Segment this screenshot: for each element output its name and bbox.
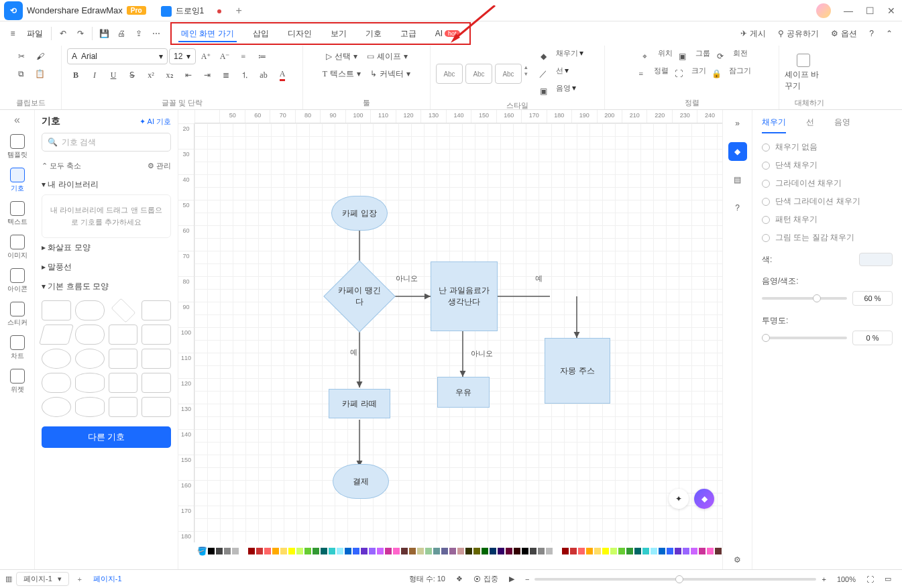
more-symbols-button[interactable]: 다른 기호 — [42, 426, 171, 448]
color-picker[interactable] — [859, 253, 893, 266]
node-start[interactable]: 카페 입장 — [331, 196, 388, 231]
ai-sparkle-button[interactable]: ✦ — [669, 489, 689, 509]
color-swatch[interactable] — [232, 548, 239, 554]
italic-button[interactable]: I — [86, 67, 103, 83]
color-swatch[interactable] — [272, 548, 279, 554]
indent-right-button[interactable]: ⇥ — [199, 67, 216, 83]
shape-item[interactable] — [142, 300, 171, 320]
color-swatch[interactable] — [514, 548, 520, 554]
options-button[interactable]: ⚙ 옵션 — [831, 28, 857, 40]
superscript-button[interactable]: x² — [142, 67, 160, 83]
opacity-value[interactable]: 0 % — [852, 331, 893, 345]
color-swatch[interactable] — [498, 548, 504, 554]
section-callouts[interactable]: ▸ 말풍선 — [35, 257, 178, 277]
page-tab[interactable]: 페이지-1 — [93, 574, 122, 584]
grow-font-icon[interactable]: A⁺ — [197, 48, 215, 64]
minimize-button[interactable]: — — [838, 5, 859, 16]
color-swatch[interactable] — [369, 548, 376, 554]
node-milk[interactable]: 우유 — [437, 377, 490, 408]
color-swatch[interactable] — [401, 548, 408, 554]
shape-item[interactable] — [142, 349, 171, 369]
color-swatch[interactable] — [216, 548, 223, 554]
collapse-ribbon-icon[interactable]: ⌃ — [886, 29, 893, 38]
color-swatch[interactable] — [546, 548, 553, 554]
zoom-out-button[interactable]: − — [525, 575, 529, 583]
rail-templates[interactable]: 템플릿 — [7, 134, 27, 160]
align-icon[interactable]: ≡ — [632, 66, 650, 82]
zoom-in-button[interactable]: + — [822, 575, 826, 583]
color-swatch[interactable] — [296, 548, 303, 554]
shape-tool[interactable]: ▭ 셰이프 ▾ — [363, 48, 412, 64]
rotate-icon[interactable]: ⟳ — [712, 48, 729, 64]
replace-shape-button[interactable]: 셰이프 바꾸기 — [785, 54, 822, 92]
color-swatch[interactable] — [699, 548, 706, 554]
paint-bucket-icon[interactable]: 🪣 — [197, 546, 207, 556]
color-swatch[interactable] — [586, 548, 593, 554]
tab-line[interactable]: 선 — [806, 117, 814, 133]
color-swatch[interactable] — [321, 548, 327, 554]
color-swatch[interactable] — [482, 548, 488, 554]
color-swatch[interactable] — [425, 548, 432, 554]
shape-item[interactable] — [42, 300, 71, 320]
close-button[interactable]: ✕ — [881, 5, 902, 16]
shape-item[interactable] — [142, 325, 171, 345]
color-swatch[interactable] — [337, 548, 343, 554]
section-arrows[interactable]: ▸ 화살표 모양 — [35, 238, 178, 257]
line-spacing-button[interactable]: ≣ — [217, 67, 235, 83]
color-swatch[interactable] — [288, 548, 295, 554]
rail-icons[interactable]: 아이콘 — [7, 268, 27, 294]
user-avatar-icon[interactable] — [816, 3, 831, 18]
fit-width-icon[interactable]: ▭ — [885, 575, 891, 583]
rail-symbols[interactable]: 기호 — [10, 168, 25, 193]
manage-button[interactable]: ⚙ 관리 — [148, 161, 171, 171]
color-swatch[interactable] — [393, 548, 400, 554]
tab-home[interactable]: 메인 화면 가기 — [172, 23, 243, 44]
shape-item[interactable] — [75, 349, 105, 369]
symbol-search-input[interactable]: 🔍 기호 검색 — [42, 133, 171, 152]
shape-item[interactable] — [39, 325, 74, 345]
node-grapefruit[interactable]: 자몽 주스 — [545, 338, 610, 404]
shape-item[interactable] — [42, 397, 71, 417]
focus-mode-button[interactable]: ⦿ 집중 — [473, 574, 498, 584]
layers-icon[interactable]: ❖ — [456, 575, 463, 583]
color-swatch[interactable] — [594, 548, 601, 554]
library-dropzone[interactable]: 내 라이브러리에 드래그 앤 드롭으로 기호를 추가하세요 — [42, 194, 171, 238]
fill-picture-radio[interactable]: 그림 또는 질감 채우기 — [762, 232, 893, 243]
style-gallery[interactable]: Abc Abc Abc ▴▾ — [436, 64, 528, 84]
document-tab[interactable]: 드로잉1 — [153, 0, 230, 21]
shape-item[interactable] — [75, 397, 105, 417]
color-swatch[interactable] — [208, 548, 215, 554]
fill-icon[interactable]: ◆ — [534, 48, 552, 64]
zoom-slider[interactable] — [534, 578, 816, 581]
tab-fill[interactable]: 채우기 — [762, 117, 786, 133]
save-button[interactable]: 💾 — [95, 25, 113, 42]
redo-button[interactable]: ↷ — [72, 25, 89, 42]
color-swatch[interactable] — [506, 548, 512, 554]
color-swatch[interactable] — [385, 548, 392, 554]
publish-button[interactable]: ✈ 게시 — [740, 28, 766, 40]
maximize-button[interactable]: ☐ — [859, 5, 881, 16]
settings-icon[interactable]: ⚙ — [728, 550, 747, 569]
shape-item[interactable] — [75, 373, 105, 393]
highlight-button[interactable]: ab — [255, 67, 272, 83]
tab-insert[interactable]: 삽입 — [243, 23, 278, 44]
node-pay[interactable]: 결제 — [333, 464, 389, 499]
color-swatch[interactable] — [433, 548, 440, 554]
color-swatch[interactable] — [256, 548, 263, 554]
color-swatch[interactable] — [409, 548, 416, 554]
page-panel-icon[interactable]: ▤ — [728, 170, 747, 189]
shrink-font-icon[interactable]: A⁻ — [216, 48, 233, 64]
color-swatch[interactable] — [353, 548, 359, 554]
color-swatch[interactable] — [707, 548, 714, 554]
tab-shadow[interactable]: 음영 — [834, 117, 850, 133]
copy-icon[interactable]: ⧉ — [13, 66, 30, 82]
fill-pattern-radio[interactable]: 패턴 채우기 — [762, 214, 893, 225]
ai-symbols-button[interactable]: ✦ AI 기호 — [139, 117, 171, 127]
color-swatch[interactable] — [417, 548, 424, 554]
color-swatch[interactable] — [345, 548, 351, 554]
help-icon[interactable]: ? — [869, 29, 874, 38]
collapse-all-button[interactable]: ⌃ 모두 축소 — [42, 161, 81, 171]
shape-item[interactable] — [75, 325, 105, 345]
color-swatch[interactable] — [248, 548, 255, 554]
undo-button[interactable]: ↶ — [54, 25, 72, 42]
